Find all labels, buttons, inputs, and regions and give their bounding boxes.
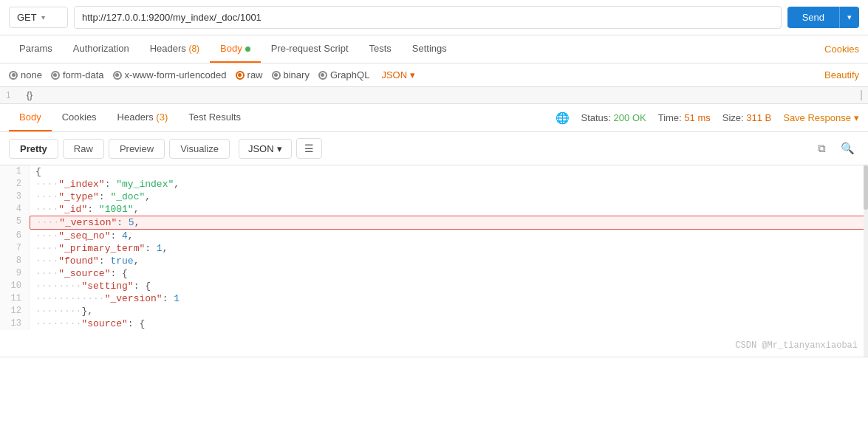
send-button[interactable]: Send [787, 7, 839, 28]
code-line-4: 4 ····"_id": "1001", [0, 203, 868, 216]
radio-binary-circle [272, 71, 281, 80]
cookies-link[interactable]: Cookies [824, 36, 859, 62]
request-tabs: Params Authorization Headers (8) Body Pr… [0, 35, 868, 64]
line-num-12: 12 [0, 305, 30, 318]
beautify-link[interactable]: Beautify [824, 69, 859, 80]
save-response-button[interactable]: Save Response ▾ [783, 112, 859, 123]
code-line-3: 3 ····"_type": "_doc", [0, 191, 868, 203]
csdn-watermark: CSDN @Mr_tianyanxiaobai [735, 340, 858, 351]
headers-badge: (8) [188, 44, 199, 54]
code-line-9: 9 ····"_source": { [0, 267, 868, 280]
method-select[interactable]: GET ▾ [9, 7, 68, 28]
line-num-11: 11 [0, 292, 30, 305]
pretty-button[interactable]: Pretty [9, 139, 58, 159]
gutter-line [861, 90, 862, 100]
code-line-12: 12 ········}, [0, 305, 868, 318]
body-type-bar: none form-data x-www-form-urlencoded raw… [0, 64, 868, 87]
json-view-label: JSON [248, 143, 274, 154]
scrollbar-track[interactable] [864, 165, 868, 357]
tab-pre-request[interactable]: Pre-request Script [261, 35, 359, 63]
line-content-9: ····"_source": { [30, 267, 868, 280]
send-btn-wrapper: Send ▾ [787, 7, 859, 28]
code-line-6: 6 ····"_seq_no": 4, [0, 230, 868, 242]
line-content-1: { [30, 165, 868, 178]
tab-authorization[interactable]: Authorization [63, 35, 140, 63]
send-dropdown-button[interactable]: ▾ [839, 7, 859, 28]
line-content-5: ····"_version": 5, [30, 216, 868, 230]
radio-form-data[interactable]: form-data [51, 69, 104, 80]
radio-raw-circle [236, 71, 245, 80]
preview-button[interactable]: Preview [109, 139, 165, 159]
radio-raw[interactable]: raw [236, 69, 263, 80]
resp-tab-headers[interactable]: Headers (3) [107, 104, 179, 131]
time-value: 51 ms [684, 112, 710, 123]
line-content-7: ····"_primary_term": 1, [30, 242, 868, 255]
json-view-dropdown[interactable]: JSON ▾ [239, 139, 292, 159]
radio-urlencoded[interactable]: x-www-form-urlencoded [113, 69, 227, 80]
method-label: GET [17, 12, 37, 23]
line-content-4: ····"_id": "1001", [30, 203, 868, 216]
view-icons: ⧉ 🔍 [813, 140, 859, 157]
tab-settings[interactable]: Settings [402, 35, 457, 63]
resp-tab-body[interactable]: Body [9, 104, 52, 131]
visualize-button[interactable]: Visualize [169, 139, 230, 159]
status-label: Status: 200 OK [581, 112, 646, 123]
raw-button[interactable]: Raw [63, 139, 104, 159]
line-num-7: 7 [0, 242, 30, 255]
body-active-dot [245, 47, 250, 52]
resp-tab-cookies[interactable]: Cookies [52, 104, 107, 131]
globe-icon: 🌐 [556, 111, 570, 125]
line-content-12: ········}, [30, 305, 868, 318]
radio-form-data-circle [51, 71, 60, 80]
filter-button[interactable]: ☰ [296, 138, 322, 159]
line-content-8: ····"found": true, [30, 255, 868, 267]
json-format-chevron-icon: ▾ [410, 69, 415, 80]
radio-graphql[interactable]: GraphQL [318, 69, 369, 80]
code-line-10: 10 ········"setting": { [0, 280, 868, 292]
line-content-3: ····"_type": "_doc", [30, 191, 868, 203]
resp-status-area: 🌐 Status: 200 OK Time: 51 ms Size: 311 B… [556, 111, 860, 125]
copy-button[interactable]: ⧉ [813, 140, 830, 157]
size-info: Size: 311 B [722, 112, 772, 123]
code-line-5: 5 ····"_version": 5, [0, 216, 868, 230]
json-format-label: JSON [381, 69, 407, 80]
code-area[interactable]: 1 { 2 ····"_index": "my_index", 3 ····"_… [0, 165, 868, 357]
code-line-1: 1 { [0, 165, 868, 178]
url-input[interactable] [74, 6, 782, 29]
line-num-6: 6 [0, 230, 30, 242]
resp-tab-test-results[interactable]: Test Results [178, 104, 251, 131]
search-button[interactable]: 🔍 [836, 140, 859, 157]
scrollbar-thumb[interactable] [864, 165, 868, 210]
radio-urlencoded-label: x-www-form-urlencoded [125, 69, 227, 80]
url-bar: GET ▾ Send ▾ [0, 0, 868, 35]
line-num-5: 5 [0, 216, 30, 230]
line-num-8: 8 [0, 255, 30, 267]
code-line-7: 7 ····"_primary_term": 1, [0, 242, 868, 255]
line-num-10: 10 [0, 280, 30, 292]
radio-raw-label: raw [247, 69, 263, 80]
radio-graphql-label: GraphQL [330, 69, 369, 80]
radio-form-data-label: form-data [63, 69, 104, 80]
radio-binary-label: binary [284, 69, 310, 80]
code-line-2: 2 ····"_index": "my_index", [0, 178, 868, 191]
radio-binary[interactable]: binary [272, 69, 310, 80]
save-response-label: Save Response [783, 112, 851, 123]
time-text-label: Time: [658, 112, 685, 123]
tab-body[interactable]: Body [210, 35, 261, 63]
tab-params[interactable]: Params [9, 35, 63, 63]
json-format-dropdown[interactable]: JSON ▾ [381, 69, 415, 80]
tab-tests[interactable]: Tests [359, 35, 402, 63]
line-content-6: ····"_seq_no": 4, [30, 230, 868, 242]
line-content-10: ········"setting": { [30, 280, 868, 292]
editor-line-content-1[interactable]: {} [27, 90, 33, 100]
response-tabs: Body Cookies Headers (3) Test Results 🌐 … [0, 104, 868, 132]
line-num-2: 2 [0, 178, 30, 191]
line-num-9: 9 [0, 267, 30, 280]
line-num-13: 13 [0, 318, 30, 330]
line-num-1: 1 [0, 165, 30, 178]
radio-none[interactable]: none [9, 69, 42, 80]
json-view-chevron-icon: ▾ [277, 143, 282, 154]
resp-headers-badge: (3) [156, 111, 168, 123]
tab-headers[interactable]: Headers (8) [140, 35, 210, 63]
line-content-13: ········"source": { [30, 318, 868, 330]
